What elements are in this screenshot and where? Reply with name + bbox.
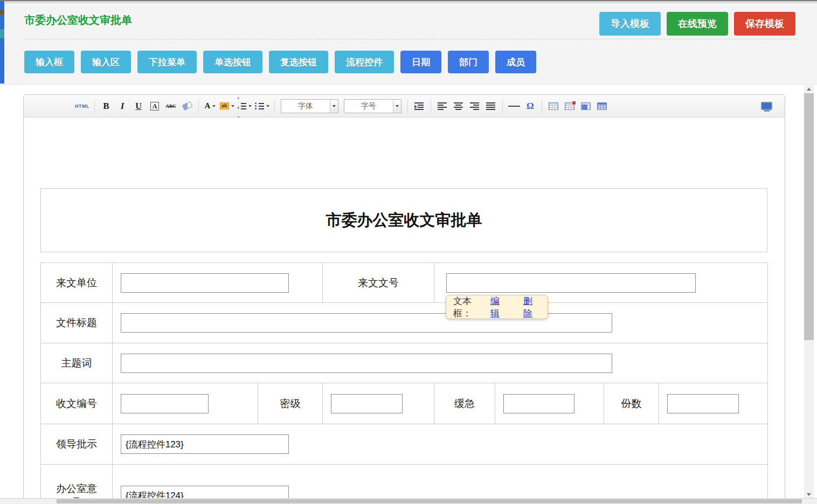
toolbar-separator	[274, 99, 275, 113]
form-table: 来文单位 来文文号 文件标题 主题词 收文编号 密级 缓急 份数	[40, 263, 768, 504]
horizontal-rule-icon	[508, 106, 520, 107]
label-subject-words: 主题词	[41, 343, 113, 383]
leader-comments-input[interactable]	[121, 434, 289, 454]
chevron-down-icon	[333, 105, 336, 107]
unordered-list-button[interactable]	[255, 98, 269, 114]
underline-button[interactable]: U	[132, 98, 145, 114]
delete-link[interactable]: 删除	[523, 295, 541, 320]
copies-input[interactable]	[667, 394, 739, 413]
horizontal-rule-button[interactable]	[508, 98, 521, 114]
horizontal-scrollbar-thumb[interactable]	[57, 499, 802, 503]
urgency-input[interactable]	[503, 394, 574, 413]
component-button-dropdown[interactable]: 下拉菜单	[137, 51, 197, 73]
select-arrow-button[interactable]	[393, 100, 401, 113]
table-row: 收文编号 密级 缓急 份数	[41, 383, 768, 424]
font-family-select[interactable]: 字体	[281, 99, 338, 113]
align-right-button[interactable]	[468, 98, 481, 114]
component-button-checkbox[interactable]: 复选按钮	[269, 51, 328, 73]
incoming-number-input[interactable]	[446, 273, 696, 293]
dashed-divider	[24, 39, 798, 39]
table-row: 领导批示	[41, 424, 768, 465]
background-fragment	[0, 29, 4, 38]
delete-table-button[interactable]	[563, 98, 576, 114]
ordered-list-button[interactable]	[238, 98, 252, 114]
toolbar-separator	[502, 99, 503, 113]
import-template-button[interactable]: 导入模板	[599, 12, 661, 36]
bold-button[interactable]: B	[100, 98, 113, 114]
unordered-list-icon	[255, 102, 257, 104]
font-size-select[interactable]: 字号	[344, 99, 401, 113]
editor-content[interactable]: 市委办公室收文审批单 来文单位 来文文号 文件标题 主题词 收文	[24, 118, 785, 504]
component-button-input-box[interactable]: 输入框	[24, 51, 74, 73]
component-button-department[interactable]: 部门	[448, 51, 489, 73]
header-panel: 市委办公室收文审批单 导入模板 在线预览 保存模板 输入框 输入区 下拉菜单 单…	[4, 1, 817, 85]
toolbar-separator	[431, 99, 431, 113]
ordered-list-icon	[238, 92, 239, 121]
label-incoming-unit: 来文单位	[41, 263, 113, 303]
receipt-number-input[interactable]	[121, 394, 209, 413]
italic-button[interactable]: I	[116, 98, 129, 114]
align-right-icon	[470, 102, 479, 110]
editor-toolbar: HTML B I U A ABC A ab 字体 字号 Ω	[24, 95, 785, 118]
special-char-button[interactable]: Ω	[524, 98, 537, 114]
save-template-button[interactable]: 保存模板	[734, 12, 795, 36]
insert-table-button[interactable]	[547, 98, 560, 114]
table-row: 来文单位 来文文号	[41, 263, 768, 303]
toolbar-separator	[94, 99, 95, 113]
boxed-a-icon: A	[150, 102, 160, 111]
table-row: 主题词	[41, 343, 768, 383]
vertical-scrollbar[interactable]	[804, 85, 814, 498]
label-copies: 份数	[604, 383, 659, 424]
incoming-unit-input[interactable]	[121, 273, 289, 293]
align-left-icon	[438, 102, 447, 110]
form-title: 市委办公室收文审批单	[326, 210, 482, 231]
highlight-icon: ab	[220, 102, 229, 109]
fullscreen-button[interactable]	[761, 98, 777, 114]
scroll-down-arrow-icon[interactable]	[807, 493, 811, 496]
horizontal-scrollbar[interactable]	[0, 498, 817, 504]
select-arrow-button[interactable]	[330, 100, 338, 113]
label-incoming-number: 来文文号	[323, 263, 434, 303]
html-source-button[interactable]: HTML	[75, 98, 89, 114]
align-left-button[interactable]	[436, 98, 449, 114]
table-properties-button[interactable]	[596, 98, 608, 114]
table-icon	[549, 102, 558, 110]
indent-button[interactable]	[413, 98, 426, 114]
strikethrough-button[interactable]: ABC	[164, 98, 177, 114]
subject-words-input[interactable]	[121, 354, 612, 373]
vertical-scrollbar-thumb[interactable]	[804, 93, 814, 340]
component-button-flow-control[interactable]: 流程控件	[335, 51, 394, 73]
component-button-date[interactable]: 日期	[400, 51, 441, 73]
component-button-radio[interactable]: 单选按钮	[203, 51, 262, 73]
font-color-button[interactable]: A	[204, 98, 217, 114]
component-button-textarea[interactable]: 输入区	[81, 51, 131, 73]
highlight-color-button[interactable]: ab	[220, 98, 234, 114]
cell-properties-button[interactable]	[579, 98, 592, 114]
html-source-label: HTML	[75, 103, 89, 109]
align-center-icon	[454, 102, 463, 110]
font-color-icon: A	[205, 101, 211, 111]
edit-link[interactable]: 编辑	[490, 295, 508, 320]
background-page-edge	[0, 1, 4, 84]
scroll-up-arrow-icon[interactable]	[807, 88, 811, 91]
online-preview-button[interactable]: 在线预览	[667, 12, 728, 36]
toolbar-separator	[542, 99, 542, 113]
remove-format-button[interactable]	[181, 98, 193, 114]
label-leader-comments: 领导批示	[41, 424, 113, 465]
font-family-value: 字体	[281, 100, 330, 113]
chevron-down-icon	[231, 105, 234, 107]
textbox-edit-tooltip: 文本框： 编辑 删除	[446, 295, 548, 319]
secrecy-input[interactable]	[331, 394, 403, 413]
indent-icon	[414, 102, 424, 110]
align-center-button[interactable]	[452, 98, 465, 114]
align-justify-button[interactable]	[484, 98, 497, 114]
table-cell-icon	[581, 102, 591, 110]
toolbar-separator	[198, 99, 199, 113]
component-button-member[interactable]: 成员	[495, 51, 536, 73]
window-top-shade	[0, 1, 817, 4]
monitor-icon	[761, 102, 772, 110]
page-title: 市委办公室收文审批单	[24, 13, 132, 27]
richtext-editor: HTML B I U A ABC A ab 字体 字号 Ω	[23, 94, 785, 504]
table-delete-icon	[565, 102, 574, 110]
chevron-down-icon	[266, 105, 269, 107]
